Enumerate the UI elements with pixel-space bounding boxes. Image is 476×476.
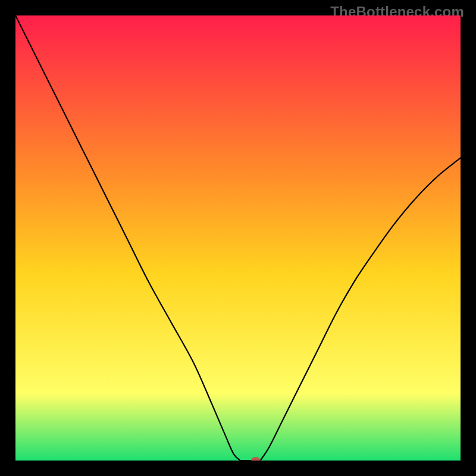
chart-frame: TheBottleneck.com bbox=[0, 0, 476, 476]
plot-area bbox=[15, 15, 461, 461]
chart-svg bbox=[15, 15, 461, 461]
gradient-background bbox=[15, 15, 461, 461]
